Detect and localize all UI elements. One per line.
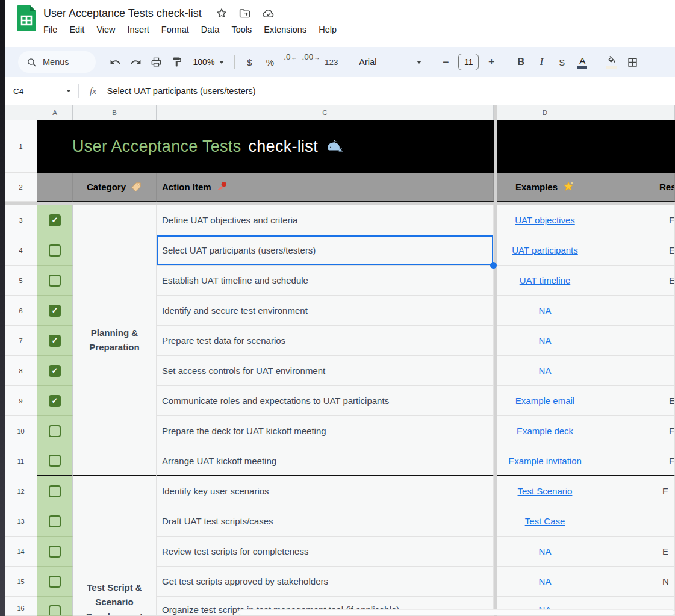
checkbox-cell-row-16[interactable] — [37, 597, 73, 616]
frozen-rows-divider[interactable] — [5, 202, 675, 205]
resources-cell-row-14[interactable]: E — [593, 537, 675, 567]
row-header-5[interactable]: 5 — [5, 266, 37, 296]
row-header-6[interactable]: 6 — [5, 296, 37, 326]
action-cell-row-13[interactable]: Draft UAT test scripts/cases — [157, 506, 494, 537]
header-cell-action-item[interactable]: Action Item — [157, 173, 494, 202]
action-cell-row-9[interactable]: Communicate roles and expectations to UA… — [157, 386, 494, 416]
checked-checkbox[interactable]: ✓ — [49, 305, 61, 317]
example-link[interactable]: Example email — [515, 396, 574, 406]
row-header-14[interactable]: 14 — [5, 537, 37, 567]
unchecked-checkbox[interactable] — [49, 576, 61, 588]
unchecked-checkbox[interactable] — [49, 485, 61, 497]
action-cell-row-12[interactable]: Identify key user scenarios — [157, 476, 494, 506]
move-to-folder-icon[interactable] — [238, 7, 252, 20]
unchecked-checkbox[interactable] — [49, 244, 61, 257]
horizontal-scrollbar[interactable] — [238, 609, 675, 615]
example-cell-row-13[interactable]: Test Case — [497, 506, 593, 537]
example-cell-row-10[interactable]: Example deck — [497, 416, 593, 446]
action-cell-row-5[interactable]: Establish UAT timeline and schedule — [157, 266, 494, 296]
resources-cell-row-5[interactable]: E — [593, 266, 675, 296]
checkbox-cell-row-9[interactable]: ✓ — [37, 386, 73, 416]
checkbox-cell-row-4[interactable] — [37, 235, 73, 266]
header-cell-category[interactable]: Category — [73, 173, 157, 202]
strikethrough-button[interactable]: S — [552, 52, 572, 72]
row-header-1[interactable]: 1 — [5, 120, 37, 173]
header-cell-examples[interactable]: Examples — [497, 173, 593, 202]
example-cell-row-12[interactable]: Test Scenario — [497, 476, 593, 506]
checkbox-cell-row-11[interactable] — [37, 446, 73, 476]
header-cell-a[interactable] — [37, 173, 73, 202]
banner-cell-right[interactable] — [497, 120, 675, 173]
unchecked-checkbox[interactable] — [49, 546, 61, 558]
frozen-columns-divider[interactable] — [494, 105, 497, 616]
example-cell-row-15[interactable]: NA — [497, 567, 593, 597]
example-cell-row-3[interactable]: UAT objectives — [497, 205, 593, 235]
row-header-3[interactable]: 3 — [5, 205, 37, 235]
currency-format-button[interactable]: $ — [239, 52, 260, 72]
example-cell-row-6[interactable]: NA — [497, 296, 593, 326]
unchecked-checkbox[interactable] — [49, 275, 61, 287]
action-cell-row-14[interactable]: Review test scripts for completeness — [157, 537, 494, 567]
checked-checkbox[interactable]: ✓ — [49, 214, 61, 226]
category-cell-planning[interactable]: Planning & Preparation — [73, 205, 157, 476]
column-header-e[interactable] — [593, 105, 675, 120]
name-box[interactable]: C4 — [5, 87, 71, 96]
example-cell-row-14[interactable]: NA — [497, 537, 593, 567]
document-title[interactable]: User Acceptance Tests check-list — [43, 7, 202, 20]
selection-fill-handle[interactable] — [490, 262, 497, 269]
checked-checkbox[interactable]: ✓ — [49, 335, 61, 347]
resources-cell-row-11[interactable]: E — [593, 446, 675, 476]
checkbox-cell-row-3[interactable]: ✓ — [37, 205, 73, 235]
category-cell-test-script[interactable]: Test Script & Scenario Development — [73, 476, 157, 616]
action-cell-row-4[interactable]: Select UAT participants (users/testers) — [157, 235, 494, 266]
zoom-control[interactable]: 100% — [187, 57, 231, 67]
percent-format-button[interactable]: % — [260, 52, 280, 72]
example-link[interactable]: Test Scenario — [518, 486, 573, 496]
action-cell-row-11[interactable]: Arrange UAT kickoff meeting — [157, 446, 494, 476]
redo-button[interactable] — [126, 52, 146, 72]
checkbox-cell-row-8[interactable]: ✓ — [37, 356, 73, 386]
example-link[interactable]: UAT participants — [512, 245, 578, 255]
example-cell-row-9[interactable]: Example email — [497, 386, 593, 416]
row-header-15[interactable]: 15 — [5, 567, 37, 597]
example-cell-row-4[interactable]: UAT participants — [497, 235, 593, 266]
row-header-7[interactable]: 7 — [5, 326, 37, 356]
checkbox-cell-row-15[interactable] — [37, 567, 73, 597]
checkbox-cell-row-6[interactable]: ✓ — [37, 296, 73, 326]
resources-cell-row-3[interactable]: E — [593, 205, 675, 235]
resources-cell-row-13[interactable] — [593, 506, 675, 537]
action-cell-row-6[interactable]: Identify and secure test environment — [157, 296, 494, 326]
row-header-13[interactable]: 13 — [5, 506, 37, 537]
unchecked-checkbox[interactable] — [49, 605, 61, 616]
cloud-saved-icon[interactable] — [262, 7, 275, 20]
example-cell-row-5[interactable]: UAT timeline — [497, 266, 593, 296]
banner-title-cell[interactable]: User Acceptance Tests check-list — [37, 120, 494, 173]
checkbox-cell-row-14[interactable] — [37, 537, 73, 567]
font-family-control[interactable]: Arial — [350, 57, 426, 67]
row-header-11[interactable]: 11 — [5, 446, 37, 476]
italic-button[interactable]: I — [531, 52, 552, 72]
header-cell-resources-partial[interactable]: Res — [593, 173, 675, 202]
checkbox-cell-row-13[interactable] — [37, 506, 73, 537]
checkbox-cell-row-12[interactable] — [37, 476, 73, 506]
action-cell-row-3[interactable]: Define UAT objectives and criteria — [157, 205, 494, 235]
more-formats-button[interactable]: 123 — [321, 52, 341, 72]
print-button[interactable] — [146, 52, 167, 72]
borders-button[interactable] — [622, 52, 642, 72]
example-link[interactable]: Test Case — [525, 516, 565, 526]
menu-extensions[interactable]: Extensions — [258, 23, 313, 36]
star-icon[interactable] — [215, 7, 228, 20]
menu-edit[interactable]: Edit — [63, 23, 90, 36]
font-size-input[interactable]: 11 — [458, 54, 479, 70]
resources-cell-row-9[interactable]: E — [593, 386, 675, 416]
checked-checkbox[interactable]: ✓ — [49, 395, 61, 407]
menu-tools[interactable]: Tools — [225, 23, 258, 36]
column-header-c[interactable]: C — [157, 105, 494, 120]
menu-data[interactable]: Data — [195, 23, 226, 36]
increase-font-size-button[interactable]: + — [481, 52, 502, 72]
column-header-b[interactable]: B — [73, 105, 157, 120]
example-link[interactable]: Example invitation — [508, 456, 582, 466]
paint-format-button[interactable] — [167, 52, 187, 72]
decrease-decimal-button[interactable]: .0← — [280, 52, 300, 72]
action-cell-row-15[interactable]: Get test scripts approved by stakeholder… — [157, 567, 494, 597]
